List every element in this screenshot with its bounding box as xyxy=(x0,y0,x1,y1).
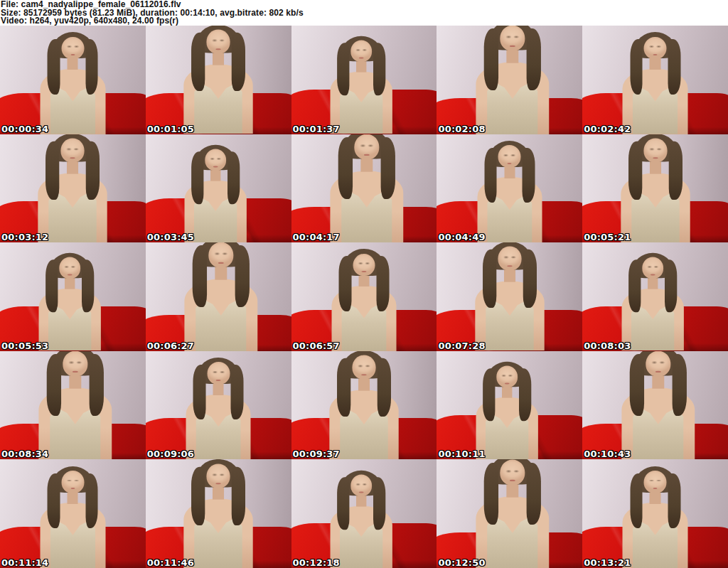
video-thumbnail: 00:08:34 xyxy=(0,351,146,460)
timestamp-label: 00:06:27 xyxy=(147,341,194,350)
face-shape xyxy=(207,362,230,385)
face-shape xyxy=(643,139,668,163)
timestamp-label: 00:02:42 xyxy=(584,124,631,134)
face-shape xyxy=(642,257,663,279)
hair-lock-left-shape xyxy=(193,245,207,308)
person-silhouette xyxy=(607,351,709,460)
face-shape xyxy=(354,134,380,160)
video-info-line: Video: h264, yuv420p, 640x480, 24.00 fps… xyxy=(1,17,728,26)
person-silhouette xyxy=(461,242,558,351)
hair-lock-left-shape xyxy=(48,473,60,528)
video-thumbnail: 00:10:43 xyxy=(582,351,728,460)
hair-lock-right-shape xyxy=(232,33,245,92)
person-silhouette xyxy=(610,466,700,568)
timestamp-label: 00:06:57 xyxy=(293,341,340,350)
timestamp-label: 00:08:34 xyxy=(1,449,48,459)
face-shape xyxy=(353,254,375,277)
face-shape xyxy=(62,471,85,493)
video-thumbnail: 00:05:53 xyxy=(0,242,146,351)
person-silhouette xyxy=(172,144,259,242)
face-shape xyxy=(350,474,372,495)
face-shape xyxy=(206,463,230,488)
face-shape xyxy=(500,460,525,486)
face-shape xyxy=(352,355,376,380)
face-shape xyxy=(62,37,85,60)
timestamp-label: 00:05:21 xyxy=(584,232,631,242)
hair-lock-left-shape xyxy=(48,39,60,94)
video-thumbnail: 00:10:11 xyxy=(437,351,582,460)
hair-lock-left-shape xyxy=(483,250,496,309)
video-thumbnail: 00:05:21 xyxy=(582,134,728,243)
timestamp-label: 00:08:03 xyxy=(584,341,631,350)
hair-lock-left-shape xyxy=(338,256,351,311)
video-thumbnail: 00:04:49 xyxy=(437,134,582,243)
video-thumbnail: 00:06:27 xyxy=(146,242,291,351)
timestamp-label: 00:03:12 xyxy=(1,232,48,242)
hair-lock-right-shape xyxy=(85,473,98,528)
hair-lock-right-shape xyxy=(668,473,680,528)
person-silhouette xyxy=(464,141,555,242)
face-shape xyxy=(63,351,88,377)
timestamp-label: 00:13:21 xyxy=(584,558,631,567)
hair-lock-left-shape xyxy=(191,33,205,92)
timestamp-label: 00:05:53 xyxy=(1,341,48,350)
face-shape xyxy=(496,366,518,387)
person-silhouette xyxy=(464,362,550,460)
hair-lock-left-shape xyxy=(629,354,643,417)
video-thumbnail: 00:02:42 xyxy=(582,26,728,134)
face-shape xyxy=(206,30,230,54)
video-thumbnail: 00:03:45 xyxy=(146,134,291,243)
face-shape xyxy=(500,26,525,51)
hair-lock-right-shape xyxy=(673,354,687,417)
timestamp-label: 00:02:08 xyxy=(438,124,485,134)
video-thumbnail: 00:09:06 xyxy=(146,351,291,460)
hair-lock-left-shape xyxy=(191,151,203,204)
person-silhouette xyxy=(609,253,696,351)
timestamp-label: 00:07:28 xyxy=(438,341,485,350)
face-shape xyxy=(644,471,667,493)
timestamp-label: 00:01:05 xyxy=(147,124,194,134)
hair-lock-right-shape xyxy=(378,358,391,417)
face-shape xyxy=(60,139,85,163)
video-thumbnail: 00:00:34 xyxy=(0,26,146,134)
person-silhouette xyxy=(27,253,114,351)
hair-lock-right-shape xyxy=(523,148,535,203)
hair-lock-left-shape xyxy=(338,137,353,200)
timestamp-label: 00:09:37 xyxy=(293,449,340,459)
timestamp-label: 00:12:18 xyxy=(293,558,340,567)
hair-lock-left-shape xyxy=(483,463,498,525)
hair-lock-left-shape xyxy=(630,473,643,528)
hair-lock-left-shape xyxy=(483,368,495,421)
timestamp-label: 00:03:45 xyxy=(147,232,194,242)
person-silhouette xyxy=(24,134,121,243)
hair-lock-left-shape xyxy=(46,260,58,313)
timestamp-label: 00:10:43 xyxy=(584,449,631,459)
hair-lock-right-shape xyxy=(527,28,541,91)
video-thumbnail: 00:03:12 xyxy=(0,134,146,243)
person-silhouette xyxy=(28,32,118,134)
hair-lock-left-shape xyxy=(191,466,205,525)
timestamp-label: 00:01:37 xyxy=(293,124,340,134)
hair-lock-right-shape xyxy=(86,141,100,200)
timestamp-label: 00:10:11 xyxy=(438,449,485,459)
video-thumbnail: 00:01:05 xyxy=(146,26,291,134)
hair-lock-right-shape xyxy=(523,250,537,309)
person-silhouette xyxy=(318,470,405,568)
hair-lock-right-shape xyxy=(231,365,244,419)
hair-lock-left-shape xyxy=(337,477,349,530)
timestamp-label: 00:11:14 xyxy=(1,558,48,567)
timestamp-label: 00:04:17 xyxy=(293,232,340,242)
person-silhouette xyxy=(461,459,563,568)
hair-lock-right-shape xyxy=(82,260,95,313)
face-shape xyxy=(205,149,226,171)
hair-lock-left-shape xyxy=(193,365,206,419)
video-contact-sheet: File: cam4_nadyalippe_female_06112016.fl… xyxy=(0,0,728,568)
video-thumbnail: 00:04:17 xyxy=(291,134,437,243)
hair-lock-right-shape xyxy=(527,463,541,525)
hair-lock-left-shape xyxy=(337,358,350,417)
hair-lock-right-shape xyxy=(668,39,680,94)
hair-lock-left-shape xyxy=(630,39,643,94)
person-silhouette xyxy=(610,32,700,134)
person-silhouette xyxy=(607,134,704,243)
hair-lock-left-shape xyxy=(46,141,59,200)
